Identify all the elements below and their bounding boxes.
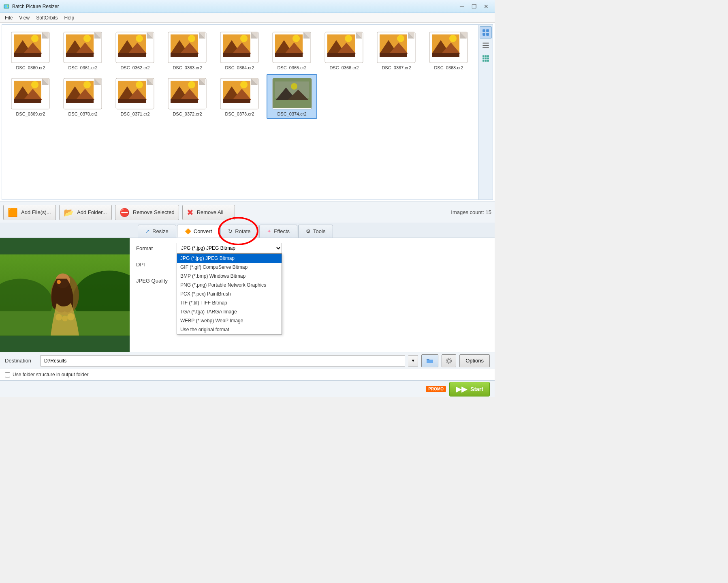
svg-rect-34: [171, 53, 198, 57]
file-item[interactable]: DSC_0360.cr2: [5, 28, 56, 73]
dropdown-item-tga[interactable]: TGA (*.tga) TARGA Image: [177, 307, 282, 316]
view-list-button[interactable]: [480, 39, 492, 51]
destination-label: Destination: [5, 358, 37, 364]
add-folder-icon: 📂: [64, 208, 74, 217]
tab-rotate[interactable]: ↻ Rotate: [220, 225, 258, 238]
minimize-button[interactable]: ─: [457, 2, 467, 11]
folder-structure-checkbox[interactable]: [5, 372, 10, 377]
file-item[interactable]: DSC_0367.cr2: [371, 28, 422, 73]
view-grid-button[interactable]: [480, 52, 492, 64]
tab-bar: ↗ Resize 🔶 Convert ↻ Rotate ✦ Effects ⚙ …: [0, 223, 495, 238]
dropdown-item-webp[interactable]: WEBP (*.webp) WebP Image: [177, 316, 282, 325]
svg-point-33: [188, 35, 195, 42]
dropdown-item-original[interactable]: Use the original format: [177, 325, 282, 334]
dropdown-item-gif[interactable]: GIF (*.gif) CompuServe Bitmap: [177, 263, 282, 272]
format-select[interactable]: JPG (*.jpg) JPEG Bitmap: [177, 243, 282, 253]
file-grid: DSC_0360.cr2 DSC_0361.cr2: [2, 25, 478, 199]
file-item[interactable]: DSC_0363.cr2: [162, 28, 213, 73]
file-item[interactable]: DSC_0368.cr2: [423, 28, 474, 73]
menu-view[interactable]: View: [16, 14, 33, 21]
dpi-label: DPI: [136, 261, 177, 268]
remove-selected-icon: ⛔: [120, 208, 130, 217]
file-item[interactable]: DSC_0362.cr2: [110, 28, 160, 73]
destination-dropdown-button[interactable]: ▼: [408, 355, 418, 367]
restore-button[interactable]: ❐: [469, 2, 479, 11]
options-button[interactable]: Options: [459, 354, 490, 367]
svg-rect-137: [485, 60, 487, 62]
menu-help[interactable]: Help: [61, 14, 78, 21]
dropdown-item-pcx[interactable]: PCX (*.pcx) PaintBrush: [177, 289, 282, 298]
menu-softorbits[interactable]: SoftOrbits: [33, 14, 61, 21]
format-dropdown[interactable]: JPG (*.jpg) JPEG Bitmap GIF (*.gif) Comp…: [177, 253, 282, 334]
dropdown-item-tif[interactable]: TIF (*.tif) TIFF Bitmap: [177, 298, 282, 307]
menu-bar: File View SoftOrbits Help: [0, 13, 495, 23]
file-thumbnail: [11, 31, 51, 64]
file-name: DSC_0365.cr2: [277, 65, 306, 70]
file-item[interactable]: DSC_0364.cr2: [214, 28, 265, 73]
file-grid-container: DSC_0360.cr2 DSC_0361.cr2: [2, 24, 493, 200]
app-icon: [3, 3, 10, 10]
file-item[interactable]: DSC_0374.cr2: [267, 74, 317, 119]
start-button[interactable]: ▶▶ Start: [449, 382, 490, 397]
svg-point-41: [240, 35, 248, 42]
file-item[interactable]: DSC_0366.cr2: [319, 28, 369, 73]
svg-point-9: [31, 35, 38, 42]
add-folder-button[interactable]: 📂 Add Folder...: [59, 205, 112, 220]
start-arrow-icon: ▶▶: [456, 385, 467, 394]
svg-point-73: [449, 35, 457, 42]
svg-rect-126: [486, 33, 489, 36]
svg-point-57: [345, 35, 352, 42]
file-name: DSC_0361.cr2: [68, 65, 97, 70]
svg-point-105: [188, 81, 195, 88]
remove-all-button[interactable]: ✖ Remove All: [182, 205, 235, 220]
file-item[interactable]: DSC_0369.cr2: [5, 74, 56, 119]
add-folder-label: Add Folder...: [77, 209, 107, 215]
file-name: DSC_0368.cr2: [434, 65, 463, 70]
file-thumbnail: [429, 31, 469, 64]
preview-panel: [0, 238, 130, 352]
dropdown-item-bmp[interactable]: BMP (*.bmp) Windows Bitmap: [177, 272, 282, 281]
svg-point-97: [136, 81, 143, 88]
tab-resize[interactable]: ↗ Resize: [138, 225, 176, 238]
file-name: DSC_0362.cr2: [120, 65, 149, 70]
tab-convert[interactable]: 🔶 Convert: [177, 225, 220, 238]
file-item[interactable]: DSC_0370.cr2: [58, 74, 108, 119]
menu-file[interactable]: File: [2, 14, 16, 21]
svg-point-25: [136, 35, 143, 42]
file-item[interactable]: DSC_0371.cr2: [110, 74, 160, 119]
svg-rect-124: [486, 29, 489, 32]
svg-rect-133: [482, 58, 485, 60]
close-button[interactable]: ✕: [481, 2, 491, 11]
bottom-toolbar: 🟧 Add File(s)... 📂 Add Folder... ⛔ Remov…: [0, 201, 495, 223]
svg-rect-42: [223, 53, 250, 57]
destination-input[interactable]: [41, 355, 405, 367]
destination-settings-button[interactable]: [442, 354, 456, 367]
svg-rect-135: [487, 58, 489, 60]
svg-rect-114: [223, 99, 250, 103]
file-item[interactable]: DSC_0373.cr2: [214, 74, 265, 119]
svg-point-65: [397, 35, 404, 42]
tab-tools[interactable]: ⚙ Tools: [298, 225, 333, 238]
svg-rect-106: [171, 99, 198, 103]
svg-rect-136: [482, 60, 485, 62]
view-large-button[interactable]: [480, 26, 492, 39]
svg-rect-26: [118, 53, 146, 57]
tab-rotate-label: Rotate: [235, 228, 250, 234]
file-thumbnail: [220, 31, 260, 64]
file-item[interactable]: DSC_0372.cr2: [162, 74, 213, 119]
dropdown-item-jpg[interactable]: JPG (*.jpg) JPEG Bitmap: [177, 254, 282, 263]
file-name: DSC_0364.cr2: [225, 65, 254, 70]
svg-rect-123: [482, 29, 485, 32]
destination-folder-button[interactable]: [421, 354, 438, 367]
gear-icon: [445, 357, 453, 364]
file-name: DSC_0366.cr2: [329, 65, 359, 70]
tab-effects[interactable]: ✦ Effects: [259, 225, 298, 238]
file-name: DSC_0374.cr2: [277, 111, 306, 116]
add-files-button[interactable]: 🟧 Add File(s)...: [3, 205, 56, 220]
svg-point-49: [292, 35, 300, 42]
file-item[interactable]: DSC_0365.cr2: [267, 28, 317, 73]
file-item[interactable]: DSC_0361.cr2: [58, 28, 108, 73]
window-controls: ─ ❐ ✕: [457, 2, 491, 11]
remove-selected-button[interactable]: ⛔ Remove Selected: [115, 205, 179, 220]
dropdown-item-png[interactable]: PNG (*.png) Portable Network Graphics: [177, 281, 282, 289]
